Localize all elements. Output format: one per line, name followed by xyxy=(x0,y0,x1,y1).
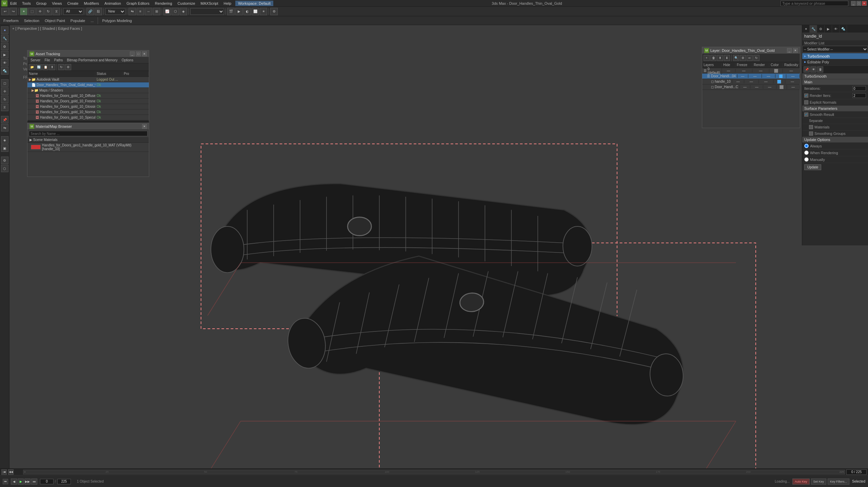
at-menu-paths[interactable]: Paths xyxy=(53,58,65,62)
tb-link[interactable]: 🔗 xyxy=(86,8,94,15)
at-row-vault[interactable]: ▶📁 Autodesk Vault Logged Out ... xyxy=(27,77,149,82)
tb-redo[interactable]: ↪ xyxy=(9,8,17,15)
menu-rendering[interactable]: Rendering xyxy=(152,0,175,6)
tb-spacing[interactable]: ↔ xyxy=(145,8,152,15)
tb-select-region[interactable]: ⬚ xyxy=(28,8,36,15)
tb-render-frame[interactable]: ▶ xyxy=(235,8,243,15)
lp-tb-add-sel[interactable]: ⬆ xyxy=(717,55,723,61)
at-row-glossiness[interactable]: 🖼 Handles_for_Doors_gold_10_Glossiness.p… xyxy=(27,104,149,109)
display-tab[interactable]: 👁 xyxy=(1,59,8,66)
materials-checkbox[interactable] xyxy=(809,125,813,129)
lp-default-radio[interactable]: — xyxy=(783,69,800,73)
at-menu-file[interactable]: File xyxy=(43,58,52,62)
iterations-input[interactable] xyxy=(852,86,866,91)
remove-modifier-btn[interactable]: 🗑 xyxy=(817,66,823,73)
lp-doorC-radio[interactable]: — xyxy=(787,85,800,89)
side-material[interactable]: ◈ xyxy=(1,136,8,144)
workspace-label[interactable]: Workspace: Default xyxy=(235,1,273,6)
timeline-go-start[interactable]: ⏮ xyxy=(3,479,8,484)
side-rotate[interactable]: ↻ xyxy=(1,96,8,103)
lp-door04-color[interactable] xyxy=(775,74,786,78)
lp-handle10-radio[interactable]: — xyxy=(785,80,800,83)
tb-undo[interactable]: ↩ xyxy=(1,8,9,15)
tb-activeshade[interactable]: ◐ xyxy=(243,8,251,15)
menu-group[interactable]: Group xyxy=(34,0,50,6)
tb-scale[interactable]: ⧖ xyxy=(53,8,60,15)
menu-create[interactable]: Create xyxy=(64,0,81,6)
side-shapes[interactable]: ⬡ xyxy=(1,165,8,172)
timeline[interactable]: |◀ ◀◀ 0 25 50 75 100 125 150 175 200 225 xyxy=(0,469,868,475)
pin-stack-btn[interactable]: 📌 xyxy=(804,66,810,73)
play-back-btn[interactable]: ◀ xyxy=(11,479,17,485)
motion-tab-btn[interactable]: ▶ xyxy=(825,25,832,33)
current-frame-input[interactable] xyxy=(40,479,54,484)
lp-door04-hide[interactable]: — xyxy=(737,74,748,78)
tb2-freeform[interactable]: Freeform xyxy=(1,18,21,23)
lp-handle10-color[interactable] xyxy=(773,80,785,84)
at-minimize-btn[interactable]: _ xyxy=(130,52,135,56)
lp-row-door-handleC[interactable]: ◻ Door_Handl...C — — — — xyxy=(702,84,800,90)
utilities-tab-btn[interactable]: 🔩 xyxy=(840,25,847,33)
turbosm-modifier[interactable]: ▸ TurboSmooth xyxy=(802,53,868,59)
motion-tab[interactable]: ▶ xyxy=(1,51,8,58)
lp-tb-merge[interactable]: ⇐ xyxy=(747,55,753,61)
modifier-list-dropdown[interactable]: -- Select Modifier -- xyxy=(802,46,868,53)
at-tb-btn2[interactable]: 🔄 xyxy=(36,64,42,70)
tb-render-setup[interactable]: 🎬 xyxy=(227,8,235,15)
modify-tab[interactable]: 🔧 xyxy=(1,35,8,42)
lp-tb-settings[interactable]: ⚙ xyxy=(740,55,746,61)
app-icon[interactable]: M xyxy=(1,0,7,6)
lp-doorC-hide[interactable]: — xyxy=(740,85,750,89)
maximize-btn[interactable]: □ xyxy=(856,1,861,6)
timeline-scrubber[interactable]: 0 25 50 75 100 125 150 175 200 225 xyxy=(23,470,845,474)
menu-maxscript[interactable]: MAXScript xyxy=(198,0,221,6)
play-forward-btn[interactable]: ▶▶ xyxy=(24,479,31,485)
lp-tb-find[interactable]: 🔍 xyxy=(733,55,739,61)
tb-select[interactable]: ✦ xyxy=(20,8,27,15)
mb-close-btn[interactable]: ✕ xyxy=(142,124,147,129)
tb-render-region[interactable]: ⬜ xyxy=(252,8,259,15)
lp-row-door-handle04[interactable]: ☰ Door_Handl...04 — — — — xyxy=(702,74,800,79)
update-btn[interactable]: Update xyxy=(804,164,821,170)
lp-default-color[interactable] xyxy=(769,69,783,73)
lp-minimize-btn[interactable]: _ xyxy=(787,48,792,53)
lp-tb-new[interactable]: + xyxy=(704,55,710,61)
tb-move[interactable]: ✛ xyxy=(36,8,44,15)
side-scale[interactable]: ⧖ xyxy=(1,104,8,111)
set-key-btn[interactable]: Set Key xyxy=(811,479,827,485)
auto-key-btn[interactable]: Auto Key xyxy=(792,479,810,485)
timeline-play-back[interactable]: ◀◀ xyxy=(8,469,14,475)
new-dropdown[interactable]: New xyxy=(105,8,125,15)
menu-edit[interactable]: Edit xyxy=(7,0,19,6)
lp-default-hide[interactable]: — xyxy=(722,69,735,73)
render-iters-checkbox[interactable] xyxy=(804,94,808,98)
at-tb-btn1[interactable]: 📁 xyxy=(29,64,35,70)
always-radio[interactable] xyxy=(804,144,809,148)
play-btn[interactable]: ▶ xyxy=(18,479,24,485)
close-btn[interactable]: ✕ xyxy=(862,1,867,6)
at-row-max-file[interactable]: 📄 Door_Handles_Thin_Oval_Gold_max_vray.m… xyxy=(27,82,149,88)
display-tab-btn[interactable]: 👁 xyxy=(832,25,840,33)
tb-rotate[interactable]: ↻ xyxy=(44,8,52,15)
at-tb-btn4[interactable]: ⬆ xyxy=(49,64,55,70)
at-row-maps-folder[interactable]: ▶📁 Maps / Shaders xyxy=(27,88,149,93)
lp-close-btn[interactable]: ✕ xyxy=(793,48,798,53)
tb-schematic[interactable]: ⬡ xyxy=(172,8,179,15)
when-rendering-radio[interactable] xyxy=(804,150,809,155)
frame-end-input[interactable] xyxy=(846,469,867,475)
at-row-normal[interactable]: 🖼 Handles_for_Doors_gold_10_Normal.png O… xyxy=(27,109,149,115)
hierarchy-tab-btn[interactable]: ⚙ xyxy=(817,25,825,33)
utilities-tab[interactable]: 🔩 xyxy=(1,67,8,75)
tb-exposure[interactable]: ☀ xyxy=(260,8,267,15)
smoothing-groups-checkbox[interactable] xyxy=(809,131,813,136)
at-restore-btn[interactable]: □ xyxy=(136,52,141,56)
at-tb-refresh[interactable]: ↻ xyxy=(58,64,64,70)
side-helpers[interactable]: ⚙ xyxy=(1,157,8,164)
tb2-more[interactable]: ... xyxy=(88,18,96,23)
mb-material-item[interactable]: Handles_for_Doors_geo1_handle_gold_10_MA… xyxy=(27,143,149,152)
lp-tb-refresh[interactable]: ↻ xyxy=(753,55,760,61)
menu-graph-editors[interactable]: Graph Editors xyxy=(124,0,152,6)
side-select[interactable]: ◻ xyxy=(1,79,8,87)
at-tb-settings[interactable]: ⚙ xyxy=(65,64,71,70)
selection-filter-dropdown[interactable]: All xyxy=(63,8,83,15)
